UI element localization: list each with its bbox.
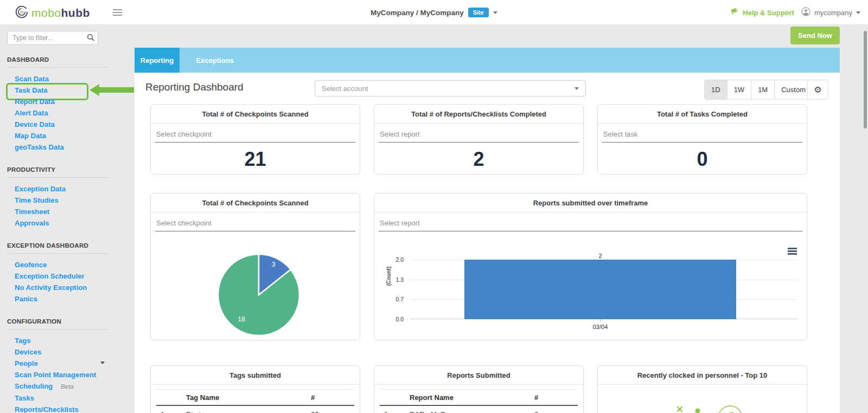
sidebar-filter-input[interactable]: [7, 31, 98, 45]
settings-gear-button[interactable]: ⚙: [807, 80, 828, 100]
sidebar-item-report-data[interactable]: Report Data: [15, 98, 118, 105]
sidebar-item-geotasks-data[interactable]: geoTasks Data: [15, 144, 118, 151]
sidebar-item-map-data[interactable]: Map Data: [15, 132, 118, 139]
x-tick-label: 03/04: [464, 324, 736, 330]
report-select[interactable]: Select report: [379, 219, 802, 231]
report-count-bar[interactable]: [464, 260, 736, 319]
card-title: Total # of Tasks Completed: [598, 105, 807, 124]
sidebar-item-timesheet[interactable]: Timesheet: [15, 208, 118, 215]
col-count: #: [534, 393, 578, 402]
checkpoint-select[interactable]: Select checkpoint: [155, 219, 355, 231]
gear-icon: ⚙: [814, 85, 821, 95]
range-1m-button[interactable]: 1M: [751, 80, 775, 100]
sidebar-item-no-activity-exception[interactable]: No Activity Exception: [15, 284, 118, 291]
bar-chart-card: Reports submitted over timeframe Select …: [374, 193, 807, 340]
pie-label-3: 3: [272, 261, 276, 268]
account-menu-caret-icon[interactable]: [856, 11, 860, 14]
sidebar-item-device-data[interactable]: Device Data: [15, 121, 118, 128]
account-menu[interactable]: mycompany: [814, 9, 852, 17]
account-select[interactable]: Select account: [315, 80, 586, 96]
bar-chart-plot-area: 2 03/04: [410, 260, 798, 319]
table-row[interactable]: 1 DAR - MyCompany 2: [380, 406, 578, 413]
divider: [7, 253, 109, 254]
y-tick: 1.3: [382, 276, 404, 283]
sidebar-item-scan-data[interactable]: Scan Data: [15, 75, 118, 82]
tab-exceptions[interactable]: Exceptions: [182, 48, 247, 73]
help-support-link[interactable]: Help & Support: [743, 9, 794, 17]
col-report-name: Report Name: [410, 393, 534, 402]
sidebar-item-people[interactable]: People: [15, 360, 118, 367]
y-tick: 0.0: [382, 316, 404, 322]
account-select-placeholder: Select account: [322, 85, 575, 93]
beta-badge: Beta: [61, 383, 74, 390]
sidebar-item-tasks[interactable]: Tasks: [15, 395, 118, 402]
pie-label-18: 18: [238, 315, 245, 323]
site-badge: Site: [468, 8, 489, 17]
pie-chart-card: Total # of Checkpoints Scanned Select ch…: [150, 193, 360, 340]
sidebar-toggle-hamburger-icon[interactable]: [113, 9, 122, 17]
y-tick: 0.7: [382, 296, 404, 302]
stat-value-reports: 2: [374, 148, 583, 171]
section-title-exception-dashboard: EXCEPTION DASHBOARD: [7, 242, 127, 249]
card-title: Recently clocked in personnel - Top 10: [598, 366, 807, 385]
table-row[interactable]: 1 Diarios 20: [156, 406, 354, 413]
logo-icon: m: [15, 5, 28, 21]
stat-card-checkpoints: Total # of Checkpoints Scanned Select ch…: [150, 104, 360, 175]
date-range-group: 1D 1W 1M Custom: [704, 80, 813, 100]
breadcrumb-text[interactable]: MyCompany / MyCompany: [371, 9, 464, 17]
logo-text: mobohubb: [31, 7, 90, 20]
sidebar-item-approvals[interactable]: Approvals: [15, 220, 118, 227]
card-title: Reports Submitted: [374, 366, 583, 385]
tab-reporting[interactable]: Reporting: [135, 48, 180, 73]
sidebar-item-devices[interactable]: Devices: [15, 349, 118, 356]
sidebar-item-panics[interactable]: Panics: [15, 295, 118, 302]
report-select[interactable]: Select report: [379, 130, 579, 143]
tab-bar: Reporting Exceptions: [135, 48, 840, 73]
sidebar-item-alert-data[interactable]: Alert Data: [15, 109, 118, 117]
bar-value-label: 2: [464, 253, 736, 259]
logo[interactable]: m mobohubb: [15, 5, 90, 21]
stat-value-checkpoints: 21: [151, 148, 360, 171]
task-select[interactable]: Select task: [602, 130, 802, 143]
range-1d-button[interactable]: 1D: [704, 80, 727, 100]
account-select-caret-icon: [575, 87, 579, 90]
card-title: Tags submitted: [151, 366, 360, 385]
card-title: Total # of Checkpoints Scanned: [151, 193, 360, 212]
divider: [7, 329, 109, 330]
sidebar-item-tags[interactable]: Tags: [15, 337, 118, 344]
vertical-scrollbar-thumb[interactable]: [864, 31, 867, 128]
sidebar-item-exception-data[interactable]: Exception Data: [15, 185, 118, 192]
section-title-productivity: PRODUCTIVITY: [7, 166, 127, 173]
checkpoints-pie-chart: 18 3: [215, 251, 302, 338]
sidebar-item-reports-checklists[interactable]: Reports/Checklists: [15, 406, 118, 413]
chart-context-menu-icon[interactable]: [788, 248, 797, 256]
sidebar-item-scheduling[interactable]: SchedulingBeta: [15, 383, 118, 390]
sidebar-item-time-studies[interactable]: Time Studies: [15, 197, 118, 204]
divider: [7, 177, 109, 178]
site-switcher-caret-icon[interactable]: [493, 11, 497, 14]
sidebar: DASHBOARD Scan Data Task Data Report Dat…: [0, 25, 135, 413]
section-title-configuration: CONFIGURATION: [7, 318, 127, 325]
stat-card-tasks: Total # of Tasks Completed Select task 0: [597, 104, 807, 175]
top-header: m mobohubb MyCompany / MyCompany Site He…: [0, 0, 868, 25]
content-panel: Reporting Dashboard Select account 1D 1W…: [135, 73, 840, 413]
card-title: Total # of Checkpoints Scanned: [151, 105, 360, 124]
card-title: Reports submitted over timeframe: [374, 193, 807, 212]
checkpoint-select[interactable]: Select checkpoint: [155, 130, 355, 143]
range-1w-button[interactable]: 1W: [727, 80, 752, 100]
sidebar-item-exception-scheduler[interactable]: Exception Scheduler: [15, 273, 118, 280]
sidebar-item-task-data[interactable]: Task Data: [15, 87, 118, 94]
stat-value-tasks: 0: [598, 148, 807, 171]
tags-submitted-card: Tags submitted Tag Name # 1 Diarios 20: [150, 365, 360, 413]
sidebar-item-scan-point-management[interactable]: Scan Point Management: [15, 371, 118, 378]
reports-table: Report Name # 1 DAR - MyCompany 2: [380, 389, 578, 413]
x-tick-mark: [600, 319, 601, 321]
people-expand-caret-icon[interactable]: [100, 362, 105, 364]
megaphone-icon: [730, 8, 739, 17]
search-icon: [87, 34, 94, 43]
user-avatar-icon: [801, 7, 810, 18]
send-now-button[interactable]: Send Now: [790, 27, 840, 44]
sidebar-item-geofence[interactable]: Geofence: [15, 261, 118, 268]
card-title: Total # of Reports/Checklists Completed: [374, 105, 583, 124]
highlight-arrow-icon: [99, 87, 134, 93]
